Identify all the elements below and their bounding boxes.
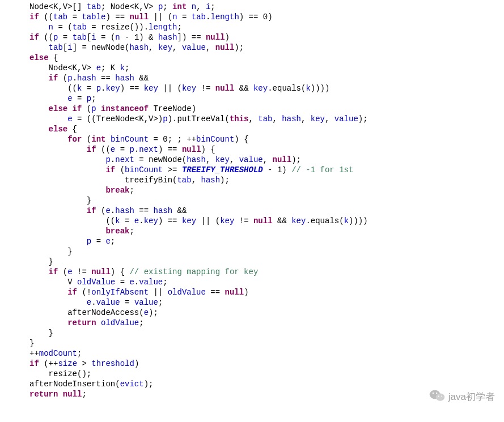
code-token: } [29,247,73,256]
code-token: && [273,216,292,225]
code-token: evict [120,380,144,389]
code-token: ; [210,2,215,11]
code-token: null [130,12,149,22]
code-token: ; [129,227,134,236]
code-token: ); [220,176,230,185]
code-token: , [249,114,259,123]
code-token: = [58,33,72,42]
code-token: else [29,53,49,62]
code-token: == [206,288,225,297]
code-token: hash [187,155,206,164]
code-token: value [139,278,163,287]
code-token [29,43,49,52]
svg-point-5 [441,396,442,397]
code-token: oldValue [77,278,115,287]
code-token: ) [225,33,230,42]
code-token: || ( [149,12,172,22]
code-token: Node<K,V>[] [29,2,87,11]
code-token: ( [96,206,106,215]
code-token: e [111,145,115,154]
code-token [29,114,67,123]
svg-point-4 [438,396,439,397]
code-token: tab [73,33,87,42]
code-token: i [91,33,96,42]
code-token [29,104,49,113]
code-token: ); [358,114,368,123]
code-token: if [49,74,58,83]
code-token: = [91,237,105,246]
code-token: hash [158,33,177,42]
code-token: length [210,12,239,22]
svg-point-2 [433,393,434,394]
code-token: ; [177,23,181,32]
code-token [105,135,110,144]
code-token: (( [29,216,115,225]
code-token: ++ [29,349,39,358]
code-token [29,135,67,144]
code-token: return [29,390,58,399]
code-token: ( [58,267,67,276]
code-token: key [182,216,196,225]
code-token: = [120,298,134,307]
code-token: int [172,2,187,11]
code-token: next [115,155,134,164]
code-token: else [49,125,68,134]
code-token: || [149,288,168,297]
code-token: if [29,12,39,22]
java-source-code: Node<K,V>[] tab; Node<K,V> p; int n, i; … [0,0,504,399]
code-token [29,318,67,327]
code-token: binCount [125,165,163,174]
code-token [29,23,49,32]
code-token: = [73,94,87,103]
code-token: e [129,278,134,287]
code-token: if [29,33,39,42]
code-token: hash [115,74,134,83]
code-token: = newNode( [134,155,187,164]
code-token: e [67,267,72,276]
code-token [29,237,87,246]
code-token [29,145,87,154]
code-token [29,74,49,83]
code-token: != [196,84,215,93]
code-token: = resize()). [87,23,149,32]
code-token: return [67,318,96,327]
code-token: e [67,114,72,123]
code-token: ).putTreeVal( [168,114,230,123]
code-token: threshold [91,359,134,368]
code-token: ; Node<K,V> [101,2,158,11]
code-token: = [177,12,192,22]
code-token: e [87,298,91,307]
code-token: modCount [39,349,77,358]
code-token: ); [149,308,158,317]
code-token: p [91,104,96,113]
code-token: key [253,84,268,93]
code-token: (( [96,145,111,154]
code-token: . [91,298,96,307]
code-token [29,155,105,164]
code-token: , [206,43,215,52]
code-token: != [73,267,92,276]
code-token: TREEIFY_THRESHOLD [182,165,263,174]
code-token: key [158,43,172,52]
code-token: tab [73,23,87,32]
code-token [29,186,105,195]
code-token: . [134,278,139,287]
svg-point-3 [436,393,437,394]
code-token: ) == 0) [239,12,273,22]
code-token: n [115,33,120,42]
code-token: || ( [196,216,220,225]
code-token: binCount [196,135,234,144]
code-token: tab [177,176,191,185]
code-token: p [87,94,91,103]
code-token: && [234,84,253,93]
code-token: = [120,216,134,225]
code-token: = 0; ; ++ [149,135,196,144]
code-token: table [82,12,105,22]
code-token: tab [87,2,101,11]
code-token: else if [49,104,82,113]
code-token: afterNodeInsertion( [29,380,120,389]
code-token: hash [201,176,220,185]
code-token: ; [129,186,134,195]
code-token: // existing mapping for key [129,267,258,276]
code-token: ) == [158,216,182,225]
